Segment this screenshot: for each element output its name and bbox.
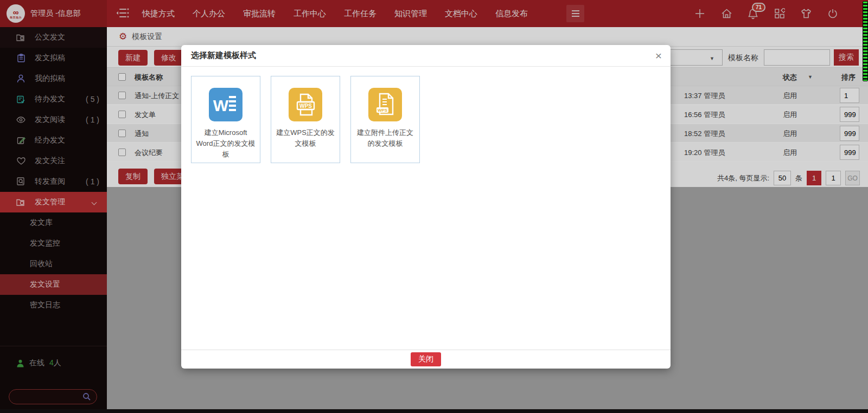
template-card-label: 建立Microsoft Word正文的发文模板 bbox=[192, 127, 260, 160]
svg-text:W: W bbox=[213, 96, 229, 114]
wps-attachment-icon: WPS bbox=[368, 88, 402, 121]
close-button[interactable]: 关闭 bbox=[411, 352, 441, 366]
close-icon[interactable]: × bbox=[655, 50, 662, 61]
template-card-label: 建立WPS正文的发文模板 bbox=[271, 127, 340, 149]
modal-body: W 建立Microsoft Word正文的发文模板 WPS 建立WPS正文的发文… bbox=[181, 67, 671, 350]
wps-file-icon: WPS bbox=[289, 88, 322, 121]
modal-footer: 关闭 bbox=[181, 350, 671, 369]
svg-text:WPS: WPS bbox=[299, 103, 312, 109]
template-style-modal: 选择新建模板样式 × W 建立Microsoft Word正文的发文模板 bbox=[181, 45, 671, 369]
vertical-scrollbar-thumb[interactable] bbox=[863, 1, 868, 81]
template-card-attachment[interactable]: WPS 建立附件上传正文的发文模板 bbox=[350, 76, 420, 163]
template-card-label: 建立附件上传正文的发文模板 bbox=[351, 127, 419, 149]
template-card-wps[interactable]: WPS 建立WPS正文的发文模板 bbox=[271, 76, 340, 163]
modal-title: 选择新建模板样式 bbox=[191, 50, 256, 61]
template-card-word[interactable]: W 建立Microsoft Word正文的发文模板 bbox=[191, 76, 260, 163]
word-icon: W bbox=[209, 88, 242, 121]
modal-header: 选择新建模板样式 × bbox=[181, 45, 671, 67]
svg-text:WPS: WPS bbox=[378, 108, 388, 113]
